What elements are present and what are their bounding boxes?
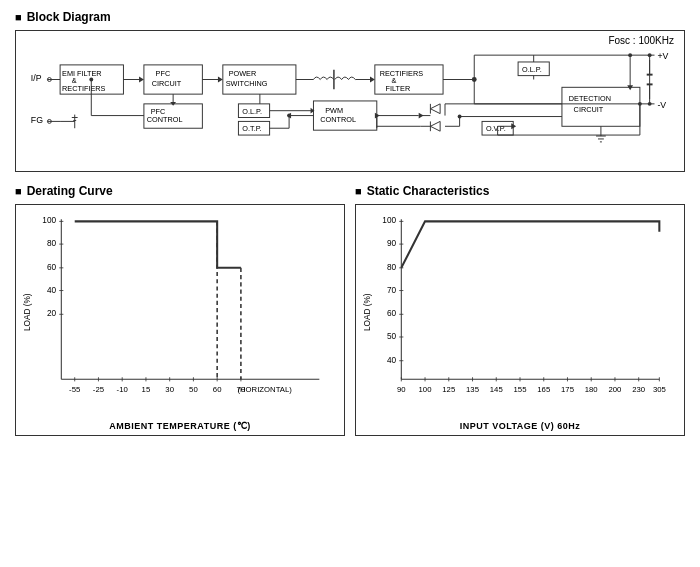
svg-text:FILTER: FILTER (386, 84, 411, 93)
svg-text:LOAD (%): LOAD (%) (363, 293, 372, 331)
svg-text:(HORIZONTAL): (HORIZONTAL) (237, 385, 292, 394)
svg-text:125: 125 (442, 385, 455, 394)
svg-point-98 (458, 115, 462, 119)
svg-text:-V: -V (657, 100, 666, 110)
svg-point-55 (638, 102, 642, 106)
svg-text:-55: -55 (69, 385, 80, 394)
svg-text:100: 100 (382, 216, 396, 225)
svg-text:60: 60 (213, 385, 222, 394)
svg-text:CIRCUIT: CIRCUIT (152, 79, 182, 88)
svg-marker-88 (419, 113, 424, 119)
svg-text:145: 145 (490, 385, 503, 394)
svg-text:PFC: PFC (151, 107, 166, 116)
derating-title: Derating Curve (27, 184, 113, 198)
svg-text:230: 230 (632, 385, 645, 394)
svg-text:40: 40 (47, 286, 57, 295)
svg-text:O.L.P.: O.L.P. (522, 65, 542, 74)
svg-text:100: 100 (419, 385, 432, 394)
svg-text:135: 135 (466, 385, 479, 394)
svg-point-39 (472, 77, 477, 82)
svg-text:70: 70 (387, 286, 397, 295)
static-title: Static Characteristics (367, 184, 490, 198)
svg-text:100: 100 (42, 216, 56, 225)
static-chart-border: 100 90 80 70 60 50 40 LOAD (%) (355, 204, 685, 436)
svg-text:O.L.P.: O.L.P. (242, 107, 262, 116)
svg-text:O.V.P.: O.V.P. (486, 124, 506, 133)
block-diagram-container: Fosc : 100KHz I/P FG EMI (15, 30, 685, 172)
svg-text:-10: -10 (117, 385, 128, 394)
svg-text:FG: FG (31, 115, 43, 125)
svg-text:155: 155 (514, 385, 527, 394)
svg-marker-28 (370, 77, 375, 83)
svg-text:LOAD (%): LOAD (%) (23, 293, 32, 331)
page: Block Diagram Fosc : 100KHz I/P FG (0, 0, 700, 567)
svg-text:90: 90 (397, 385, 406, 394)
svg-text:I/P: I/P (31, 73, 42, 83)
svg-text:RECTIFIERS: RECTIFIERS (380, 69, 424, 78)
derating-chart-svg: 100 80 60 40 20 LOAD (%) -55 -25 (20, 209, 340, 415)
svg-text:PWM: PWM (325, 106, 343, 115)
static-header: Static Characteristics (355, 184, 685, 198)
svg-point-63 (648, 102, 652, 106)
block-diagram-svg: I/P FG EMI FILTER & RECTIFIERS (26, 39, 674, 159)
svg-text:RECTIFIERS: RECTIFIERS (62, 84, 106, 93)
bottom-sections: Derating Curve 100 80 60 40 (15, 184, 685, 436)
svg-text:POWER: POWER (229, 69, 257, 78)
svg-text:305: 305 (653, 385, 666, 394)
svg-text:DETECTION: DETECTION (569, 94, 611, 103)
svg-text:40: 40 (387, 356, 397, 365)
derating-section: Derating Curve 100 80 60 40 (15, 184, 345, 436)
svg-text:+V: +V (657, 51, 668, 61)
svg-marker-85 (430, 104, 440, 114)
svg-text:EMI FILTER: EMI FILTER (62, 69, 102, 78)
svg-text:-25: -25 (93, 385, 104, 394)
svg-text:90: 90 (387, 239, 397, 248)
svg-text:CONTROL: CONTROL (320, 115, 356, 124)
svg-text:50: 50 (387, 332, 397, 341)
derating-header: Derating Curve (15, 184, 345, 198)
svg-text:CIRCUIT: CIRCUIT (574, 105, 604, 114)
svg-text:CONTROL: CONTROL (147, 115, 183, 124)
svg-text:200: 200 (609, 385, 622, 394)
derating-chart-title: AMBIENT TEMPERATURE (℃) (20, 421, 340, 431)
block-diagram-section: Block Diagram Fosc : 100KHz I/P FG (15, 10, 685, 172)
svg-text:SWITCHING: SWITCHING (226, 79, 268, 88)
svg-point-113 (89, 78, 93, 82)
svg-text:80: 80 (387, 263, 397, 272)
static-chart-title: INPUT VOLTAGE (V) 60Hz (360, 421, 680, 431)
block-diagram-title: Block Diagram (27, 10, 111, 24)
svg-text:175: 175 (561, 385, 574, 394)
svg-text:165: 165 (537, 385, 550, 394)
svg-text:30: 30 (165, 385, 174, 394)
svg-text:80: 80 (47, 239, 57, 248)
static-section: Static Characteristics 100 90 80 70 (355, 184, 685, 436)
svg-text:60: 60 (47, 263, 57, 272)
svg-text:50: 50 (189, 385, 198, 394)
static-chart-svg: 100 90 80 70 60 50 40 LOAD (%) (360, 209, 680, 415)
block-diagram-header: Block Diagram (15, 10, 685, 24)
svg-point-62 (648, 53, 652, 57)
svg-marker-16 (139, 77, 144, 83)
svg-point-52 (628, 53, 632, 57)
svg-marker-21 (218, 77, 223, 83)
svg-text:O.T.P.: O.T.P. (242, 124, 261, 133)
svg-marker-91 (430, 121, 440, 131)
svg-text:15: 15 (142, 385, 151, 394)
fosc-label: Fosc : 100KHz (608, 35, 674, 46)
svg-text:20: 20 (47, 309, 57, 318)
svg-text:60: 60 (387, 309, 397, 318)
svg-text:PFC: PFC (156, 69, 171, 78)
derating-chart-border: 100 80 60 40 20 LOAD (%) -55 -25 (15, 204, 345, 436)
svg-text:180: 180 (585, 385, 598, 394)
